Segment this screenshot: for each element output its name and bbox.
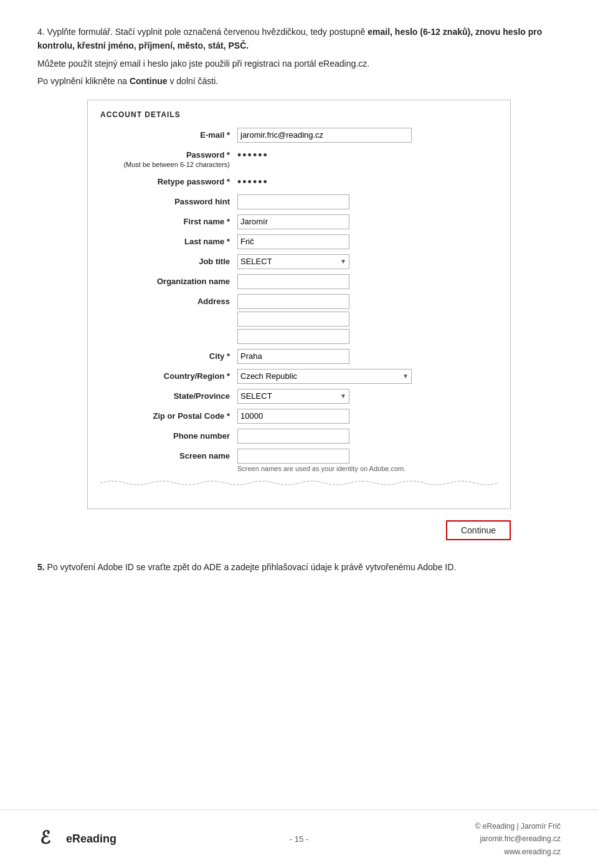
footer-logo: ℰ eReading: [37, 826, 212, 851]
screen-name-row: Screen name Screen names are used as you…: [100, 449, 498, 472]
first-name-label: First name *: [100, 214, 237, 227]
address-label: Address: [100, 294, 237, 307]
phone-field-wrap: [237, 429, 498, 444]
screen-name-label: Screen name: [100, 449, 237, 462]
country-select[interactable]: Czech Republic: [238, 370, 402, 383]
password-field-wrap: ••••••: [237, 148, 498, 163]
ereading-logo-icon: ℰ: [37, 826, 62, 851]
account-details-form: ACCOUNT DETAILS E-mail * Password * (Mus…: [87, 100, 511, 509]
city-input[interactable]: [237, 349, 349, 364]
step4-intro3-end: v dolní části.: [168, 76, 219, 86]
email-label: E-mail *: [100, 128, 237, 141]
wavy-line-svg: [100, 479, 499, 486]
wavy-divider: [100, 479, 524, 486]
last-name-label: Last name *: [100, 234, 237, 247]
chevron-down-icon: ▼: [340, 393, 349, 399]
step4-intro1: Vyplňte formulář. Stačí vyplnit pole ozn…: [47, 27, 368, 37]
state-label: State/Province: [100, 389, 237, 402]
address-field-wrap: [237, 294, 498, 344]
state-select[interactable]: SELECT: [238, 389, 340, 403]
password-hint-field-wrap: [237, 194, 498, 209]
country-field-wrap: Czech Republic ▼: [237, 369, 498, 384]
screen-name-note: Screen names are used as your identity o…: [237, 465, 498, 472]
org-name-label: Organization name: [100, 274, 237, 287]
phone-row: Phone number: [100, 429, 498, 444]
address-line3-input[interactable]: [237, 329, 349, 344]
footer-website: www.ereading.cz: [386, 846, 561, 858]
address-line2-input[interactable]: [237, 312, 349, 327]
last-name-row: Last name *: [100, 234, 498, 249]
email-input[interactable]: [237, 128, 412, 143]
email-field-wrap: [237, 128, 498, 143]
last-name-field-wrap: [237, 234, 498, 249]
password-dots: ••••••: [237, 149, 268, 161]
password-label: Password * (Must be between 6-12 charact…: [100, 148, 237, 169]
continue-button[interactable]: Continue: [446, 520, 511, 540]
city-label: City *: [100, 349, 237, 362]
footer-contact: © eReading | Jaromír Frič jaromir.fric@e…: [386, 820, 561, 858]
step4-number: 4.: [37, 27, 45, 37]
chevron-down-icon: ▼: [402, 373, 411, 379]
first-name-row: First name *: [100, 214, 498, 229]
job-title-select-wrap[interactable]: SELECT ▼: [237, 254, 349, 269]
zip-label: Zip or Postal Code *: [100, 409, 237, 422]
org-name-field-wrap: [237, 274, 498, 289]
step4-intro3: Po vyplnění klikněte na: [37, 76, 130, 86]
job-title-label: Job title: [100, 254, 237, 267]
city-row: City *: [100, 349, 498, 364]
footer-logo-text: eReading: [66, 832, 116, 846]
zip-field-wrap: [237, 409, 498, 424]
footer-copyright: © eReading | Jaromír Frič: [386, 820, 561, 832]
screen-name-input[interactable]: [237, 449, 349, 464]
country-label: Country/Region *: [100, 369, 237, 382]
step5-text: Po vytvoření Adobe ID se vraťte zpět do …: [47, 562, 457, 572]
retype-password-field-wrap: ••••••: [237, 174, 498, 189]
step4-intro: 4. Vyplňte formulář. Stačí vyplnit pole …: [37, 25, 561, 88]
password-hint-input[interactable]: [237, 194, 349, 209]
retype-password-row: Retype password * ••••••: [100, 174, 498, 189]
state-field-wrap: SELECT ▼: [237, 389, 498, 404]
city-field-wrap: [237, 349, 498, 364]
zip-input[interactable]: [237, 409, 349, 424]
country-select-wrap[interactable]: Czech Republic ▼: [237, 369, 412, 384]
first-name-input[interactable]: [237, 214, 349, 229]
step4-intro2: Můžete použít stejný email i heslo jako …: [37, 57, 561, 70]
retype-password-dots: ••••••: [237, 176, 268, 188]
job-title-row: Job title SELECT ▼: [100, 254, 498, 269]
job-title-select[interactable]: SELECT: [238, 255, 340, 269]
continue-area: Continue: [87, 520, 511, 540]
password-hint-row: Password hint: [100, 194, 498, 209]
org-name-row: Organization name: [100, 274, 498, 289]
footer: ℰ eReading - 15 - © eReading | Jaromír F…: [0, 809, 598, 868]
step5-section: 5. Po vytvoření Adobe ID se vraťte zpět …: [37, 560, 561, 574]
country-row: Country/Region * Czech Republic ▼: [100, 369, 498, 384]
state-row: State/Province SELECT ▼: [100, 389, 498, 404]
first-name-field-wrap: [237, 214, 498, 229]
svg-text:ℰ: ℰ: [40, 828, 51, 847]
screen-name-field-wrap: Screen names are used as your identity o…: [237, 449, 498, 472]
org-name-input[interactable]: [237, 274, 349, 289]
state-select-wrap[interactable]: SELECT ▼: [237, 389, 349, 404]
form-title: ACCOUNT DETAILS: [100, 110, 498, 119]
last-name-input[interactable]: [237, 234, 349, 249]
address-row: Address: [100, 294, 498, 344]
step5-number: 5.: [37, 562, 45, 572]
phone-label: Phone number: [100, 429, 237, 442]
phone-input[interactable]: [237, 429, 349, 444]
chevron-down-icon: ▼: [340, 258, 349, 265]
step4-intro3-bold: Continue: [130, 76, 168, 86]
footer-email: jaromir.fric@ereading.cz: [386, 832, 561, 845]
password-hint-label: Password hint: [100, 194, 237, 207]
retype-password-label: Retype password *: [100, 174, 237, 188]
footer-page-number: - 15 -: [212, 834, 386, 844]
zip-row: Zip or Postal Code *: [100, 409, 498, 424]
address-line1-input[interactable]: [237, 294, 349, 309]
password-row: Password * (Must be between 6-12 charact…: [100, 148, 498, 169]
email-row: E-mail *: [100, 128, 498, 143]
job-title-field-wrap: SELECT ▼: [237, 254, 498, 269]
password-sublabel: (Must be between 6-12 characters): [100, 160, 230, 169]
